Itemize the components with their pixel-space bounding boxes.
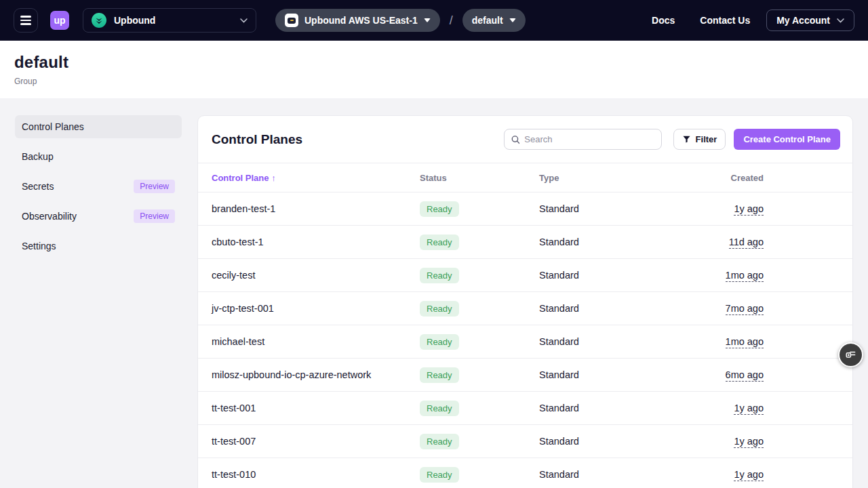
changelog-icon [845, 349, 856, 361]
table-row[interactable]: jv-ctp-test-001ReadyStandard7mo ago [198, 292, 852, 325]
column-header-type[interactable]: Type [539, 173, 676, 183]
sidebar-item-control-planes[interactable]: Control Planes [15, 115, 182, 138]
sidebar-navigation: Control PlanesBackupSecretsPreviewObserv… [15, 115, 182, 264]
cell-type: Standard [539, 436, 676, 447]
table-row[interactable]: tt-test-007ReadyStandard1y ago [198, 425, 852, 458]
sidebar-item-label: Observability [22, 211, 77, 222]
cell-control-plane-name: tt-test-001 [212, 403, 420, 413]
organization-name: Upbound [114, 15, 240, 26]
cell-control-plane-name: cecily-test [212, 270, 420, 281]
column-header-control-plane[interactable]: Control Plane ↑ [212, 173, 420, 183]
page-title: default [14, 53, 854, 72]
hamburger-icon [20, 16, 31, 18]
sidebar-item-observability[interactable]: ObservabilityPreview [15, 205, 182, 228]
breadcrumb-separator: / [450, 14, 453, 28]
cell-created: 1y ago [676, 436, 852, 447]
filter-button-label: Filter [696, 134, 717, 144]
cell-created: 1mo ago [676, 336, 852, 347]
cell-type: Standard [539, 237, 676, 247]
sidebar-item-label: Secrets [22, 181, 54, 192]
created-relative-time[interactable]: 1y ago [734, 436, 764, 448]
cell-created: 7mo ago [676, 303, 852, 314]
table-row[interactable]: tt-test-001ReadyStandard1y ago [198, 392, 852, 425]
created-relative-time[interactable]: 11d ago [729, 237, 764, 249]
status-badge: Ready [420, 467, 459, 483]
created-relative-time[interactable]: 1mo ago [726, 270, 764, 282]
cell-status: Ready [420, 334, 539, 350]
search-input[interactable] [524, 134, 654, 144]
cell-created: 1y ago [676, 203, 852, 214]
create-control-plane-button[interactable]: Create Control Plane [734, 129, 840, 150]
cell-control-plane-name: michael-test [212, 336, 420, 347]
sidebar-item-secrets[interactable]: SecretsPreview [15, 175, 182, 198]
created-relative-time[interactable]: 1y ago [734, 469, 764, 481]
docs-link[interactable]: Docs [652, 15, 675, 26]
cell-control-plane-name: tt-test-007 [212, 436, 420, 447]
filter-button[interactable]: Filter [673, 129, 726, 150]
cell-type: Standard [539, 270, 676, 281]
cell-status: Ready [420, 367, 539, 383]
sidebar-item-label: Control Planes [22, 121, 84, 132]
cell-type: Standard [539, 303, 676, 314]
table-body: branden-test-1ReadyStandard1y agocbuto-t… [198, 192, 852, 488]
created-relative-time[interactable]: 1mo ago [726, 336, 764, 348]
sidebar-item-backup[interactable]: Backup [15, 145, 182, 168]
created-relative-time[interactable]: 6mo ago [726, 369, 764, 382]
table-row[interactable]: tt-test-010ReadyStandard1y ago [198, 458, 852, 488]
my-account-label: My Account [776, 15, 830, 26]
created-relative-time[interactable]: 1y ago [734, 203, 764, 216]
status-badge: Ready [420, 268, 459, 283]
page-header: default Group [0, 41, 868, 98]
chevron-down-icon [240, 18, 248, 23]
control-plane-selector[interactable]: Upbound AWS US-East-1 [275, 9, 440, 32]
cell-created: 1mo ago [676, 270, 852, 281]
cell-type: Standard [539, 336, 676, 347]
caret-down-icon [509, 18, 516, 22]
created-relative-time[interactable]: 1y ago [734, 403, 764, 415]
created-relative-time[interactable]: 7mo ago [726, 303, 764, 315]
cell-created: 6mo ago [676, 369, 852, 380]
sidebar-item-label: Backup [22, 151, 54, 162]
cell-created: 1y ago [676, 469, 852, 480]
page-subtitle: Group [14, 77, 854, 86]
control-planes-card: Control Planes Filter Create Control Pla… [197, 115, 853, 488]
cell-status: Ready [420, 467, 539, 483]
my-account-button[interactable]: My Account [766, 9, 854, 31]
chevron-down-icon [837, 18, 844, 23]
status-badge: Ready [420, 367, 459, 383]
feedback-widget-button[interactable] [838, 342, 863, 367]
cell-type: Standard [539, 369, 676, 380]
preview-badge: Preview [134, 209, 175, 223]
card-title: Control Planes [212, 132, 504, 147]
sidebar-item-settings[interactable]: Settings [15, 235, 182, 258]
search-icon [511, 135, 520, 144]
organization-selector[interactable]: Upbound [83, 8, 256, 33]
table-row[interactable]: cecily-testReadyStandard1mo ago [198, 259, 852, 292]
cell-created: 11d ago [676, 237, 852, 247]
group-selector[interactable]: default [462, 9, 526, 32]
contact-us-link[interactable]: Contact Us [700, 15, 750, 26]
top-navigation-bar: up Upbound Upbound AWS US-East-1 / defau… [0, 0, 868, 41]
cell-status: Ready [420, 301, 539, 317]
cell-control-plane-name: jv-ctp-test-001 [212, 303, 420, 314]
cell-status: Ready [420, 434, 539, 449]
sidebar-item-label: Settings [22, 241, 56, 251]
table-row[interactable]: cbuto-test-1ReadyStandard11d ago [198, 226, 852, 259]
table-row[interactable]: branden-test-1ReadyStandard1y ago [198, 192, 852, 226]
cell-type: Standard [539, 469, 676, 480]
group-selector-label: default [472, 15, 503, 26]
cell-status: Ready [420, 268, 539, 283]
caret-down-icon [424, 18, 431, 22]
cell-status: Ready [420, 235, 539, 250]
search-box[interactable] [504, 129, 662, 150]
organization-avatar-icon [92, 13, 106, 28]
column-header-status[interactable]: Status [420, 173, 539, 183]
upbound-logo[interactable]: up [50, 11, 69, 30]
table-row[interactable]: michael-testReadyStandard1mo ago [198, 325, 852, 359]
control-plane-icon [285, 14, 298, 27]
column-header-created[interactable]: Created [676, 173, 852, 183]
table-row[interactable]: milosz-upbound-io-cp-azure-networkReadyS… [198, 359, 852, 392]
hamburger-menu-button[interactable] [14, 8, 38, 33]
preview-badge: Preview [134, 180, 175, 193]
control-plane-selector-label: Upbound AWS US-East-1 [304, 15, 418, 26]
